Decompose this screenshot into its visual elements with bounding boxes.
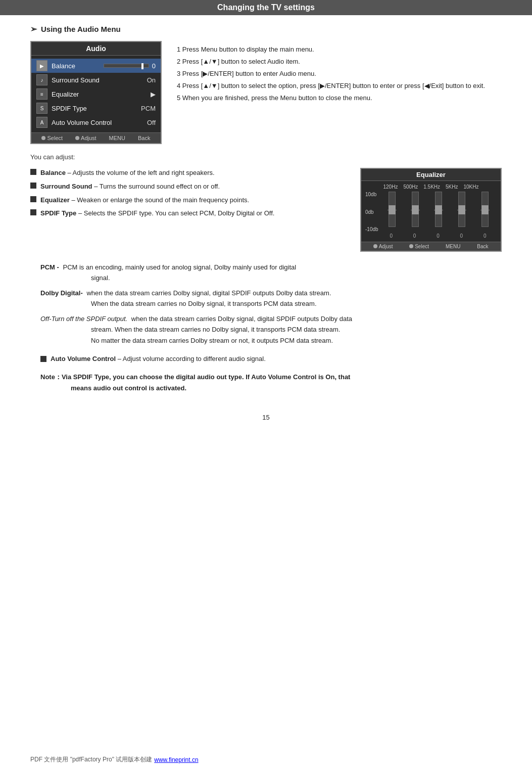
audio-menu-box: Audio ▶ Balance 0 ♪ Surround So [30,41,162,144]
eq-footer-back: Back [477,244,488,249]
dolby-indent: When the data stream carries no Dolby si… [91,298,502,309]
off-indent1: stream. When the data stream carries no … [91,324,502,335]
eq-dot-select [409,244,413,248]
menu-value-spdif: PCM [141,105,156,112]
audio-menu-footer: Select Adjust MENU Back [31,132,161,143]
off-block: Off-Turn off the SPDIF output. when the … [40,313,502,346]
eq-val-5: 0 [483,233,487,239]
top-row: Audio ▶ Balance 0 ♪ Surround So [30,41,502,144]
bullet-sq-spdif [30,209,36,215]
eq-val-3: 0 [437,233,440,239]
menu-label-surround: Surround Sound [52,76,143,84]
pcm-text: PCM is an encoding, mainly used for anol… [63,263,296,271]
menu-label-autovol: Auto Volume Control [52,119,143,126]
eq-val-4: 0 [460,233,463,239]
eq-slider-1[interactable] [389,192,396,227]
footer-adjust: Adjust [75,135,96,141]
footer-select: Select [41,135,63,141]
off-indent2: No matter the data stream carries Dolby … [91,335,502,346]
balance-slider-row: 0 [104,62,156,70]
eq-footer-menu: MENU [446,244,460,249]
balance-value: 0 [152,62,156,70]
eq-footer: Adjust Select MENU Back [361,242,501,251]
menu-row-equalizer: ≡ Equalizer ▶ [31,87,161,101]
audio-menu-title: Audio [31,42,161,56]
menu-row-balance: ▶ Balance 0 [31,59,161,73]
footer-dot-adjust [75,136,79,140]
header-title: Changing the TV settings [217,3,315,12]
eq-title: Equalizer [361,169,501,181]
mid-row: Balance – Adjusts the volume of the left… [30,168,502,252]
detail-section: PCM - PCM is an encoding, mainly used fo… [30,262,502,346]
instruction-3: 3 Press [▶/ENTER] button to enter Audio … [177,68,502,79]
instruction-5: 5 When you are finished, press the Menu … [177,93,502,104]
menu-row-autovol: A Auto Volume Control Off [31,115,161,129]
eq-body: 120Hz 500Hz 1.5KHz 5KHz 10KHz 10db 0db -… [361,181,501,242]
freq-500hz: 500Hz [403,184,418,190]
bullet-surround-text: Surround Sound – Turns the surround soun… [40,182,220,192]
db-neg10: -10db [365,227,378,232]
instructions-list: 1 Press Menu button to display the main … [177,44,502,104]
eq-thumb-5 [481,205,489,214]
eq-thumb-3 [435,205,442,214]
menu-arrow-equalizer: ▶ [151,90,156,98]
note-prefix: Note：Via SPDIF Type, you can choose the … [40,373,350,381]
bullet-spdif-text: SPDIF Type – Selects the SPDIF type. You… [40,208,274,219]
menu-icon-surround: ♪ [36,74,47,85]
instructions-panel: 1 Press Menu button to display the main … [177,41,502,105]
instruction-1: 1 Press Menu button to display the main … [177,44,502,55]
bullet-balance: Balance – Adjusts the volume of the left… [30,168,350,178]
eq-value-labels: 0 0 0 0 0 [365,233,497,239]
menu-icon-equalizer: ≡ [36,88,47,100]
page-footer: PDF 文件使用 "pdfFactory Pro" 试用版本创建 www.fin… [30,755,502,764]
pcm-label: PCM - [40,263,59,271]
eq-footer-adjust: Adjust [373,244,393,249]
bullet-equalizer-text: Equalizer – Weaken or enlarge the sound … [40,195,249,206]
eq-thumb-1 [389,205,396,214]
off-text1: when the data stream carries Dolby signa… [131,315,352,323]
db-0: 0db [365,209,378,215]
page-header: Changing the TV settings [0,0,532,15]
eq-slider-4[interactable] [458,192,465,227]
adjust-note: You can adjust: [30,153,502,161]
bullet-sq-surround [30,183,36,189]
eq-db-labels: 10db 0db -10db [365,192,380,232]
footer-menu: MENU [109,135,125,141]
note-block: Note：Via SPDIF Type, you can choose the … [30,372,502,393]
eq-freq-labels: 120Hz 500Hz 1.5KHz 5KHz 10KHz [365,184,497,192]
eq-sliders [380,192,497,232]
dolby-block: Dolby Digital- when the data stream carr… [40,288,502,309]
bullet-sq-equalizer [30,196,36,202]
menu-icon-autovol: A [36,117,47,128]
freq-120hz: 120Hz [383,184,398,190]
eq-footer-select: Select [409,244,429,249]
eq-slider-2[interactable] [412,192,419,227]
freq-5khz: 5KHz [446,184,458,190]
menu-row-surround: ♪ Surround Sound On [31,73,161,87]
menu-icon-balance: ▶ [36,60,47,71]
bullet-sq-autovol [40,356,46,362]
menu-row-spdif: S SPDIF Type PCM [31,101,161,115]
section-title: Using the Audio Menu [30,24,502,34]
eq-dot-adjust [373,244,377,248]
balance-slider[interactable] [104,64,149,68]
equalizer-box: Equalizer 120Hz 500Hz 1.5KHz 5KHz 10KHz … [360,168,502,252]
eq-slider-3[interactable] [435,192,442,227]
eq-slider-5[interactable] [481,192,489,227]
bullet-equalizer: Equalizer – Weaken or enlarge the sound … [30,195,350,206]
off-label: Off-Turn off the SPDIF output. [40,315,127,323]
footer-back: Back [138,135,150,141]
menu-label-balance: Balance [52,62,100,70]
eq-val-2: 0 [413,233,416,239]
auto-volume-text: Auto Volume Control – Adjust volume acco… [51,355,266,363]
bullet-list: Balance – Adjusts the volume of the left… [30,168,350,219]
footer-link[interactable]: www.fineprint.cn [154,756,198,763]
dolby-line1: when the data stream carries Dolby signa… [86,289,331,297]
freq-15khz: 1.5KHz [423,184,440,190]
page-number: 15 [30,414,502,421]
db-10: 10db [365,192,378,197]
bullet-section: Balance – Adjusts the volume of the left… [30,168,350,222]
menu-label-spdif: SPDIF Type [52,105,137,112]
menu-icon-spdif: S [36,103,47,114]
eq-thumb-4 [458,205,465,214]
